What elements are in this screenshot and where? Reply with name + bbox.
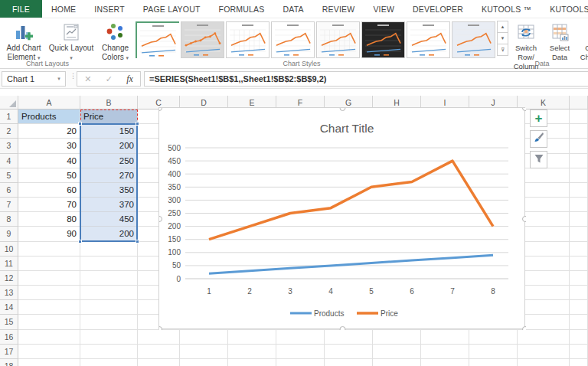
cell-J16[interactable] [469,330,518,345]
cell-K18[interactable] [518,359,570,366]
cell-C16[interactable] [138,330,180,345]
cell-overflow-2[interactable] [570,124,588,139]
tab-review[interactable]: REVIEW [313,0,364,18]
column-header-B[interactable]: B [80,96,138,109]
chart-elements-button[interactable]: + [530,109,547,127]
formula-input[interactable]: =SERIES(Sheet1!$B$1,,Sheet1!$B$2:$B$9,2) [144,71,588,87]
row-header-9[interactable]: 9 [0,227,18,241]
cell-A18[interactable] [18,359,80,366]
range-resize-handle[interactable] [136,122,139,126]
range-resize-handle[interactable] [78,122,82,126]
chart-style-thumbnail-7[interactable] [407,21,450,58]
cell-B1[interactable]: Price [80,109,138,124]
row-header-14[interactable]: 14 [0,300,18,315]
insert-function-icon[interactable]: fx [126,74,133,85]
chart-style-thumbnail-4[interactable] [271,21,315,58]
range-resize-handle[interactable] [78,240,82,243]
cell-B16[interactable] [80,330,138,345]
cell-B13[interactable] [80,286,138,300]
cell-A3[interactable]: 30 [18,139,80,153]
cancel-icon[interactable]: ✕ [84,74,91,84]
cell-J18[interactable] [469,359,518,366]
cell-B10[interactable] [80,242,138,257]
cell-A4[interactable]: 40 [18,154,80,168]
cell-overflow-6[interactable] [570,183,588,198]
cell-overflow-10[interactable] [570,242,588,257]
select-all-corner[interactable] [0,96,18,109]
cell-D18[interactable] [180,359,228,366]
tab-kutools-plus[interactable]: KUTOOLS PLUS [541,0,588,18]
cell-overflow-12[interactable] [570,271,588,286]
row-header-1[interactable]: 1 [0,109,18,124]
cell-A14[interactable] [18,300,80,315]
cell-I18[interactable] [421,359,469,366]
chart-object[interactable]: Chart Title05010015020025030035040045050… [158,107,525,329]
chart-styles-button[interactable] [530,130,547,148]
row-header-7[interactable]: 7 [0,198,18,212]
cell-K17[interactable] [518,345,570,359]
cell-A13[interactable] [18,286,80,300]
cell-B11[interactable] [80,257,138,271]
cell-K16[interactable] [518,330,570,345]
column-header-overflow[interactable] [570,96,588,109]
cell-C18[interactable] [138,359,180,366]
cell-E17[interactable] [228,345,276,359]
tab-kutools[interactable]: KUTOOLS ™ [472,0,541,18]
row-header-11[interactable]: 11 [0,257,18,271]
cell-overflow-1[interactable] [570,109,588,124]
cell-A12[interactable] [18,271,80,286]
change-colors-button[interactable]: Change Colors ▾ [95,21,136,63]
cell-F18[interactable] [276,359,325,366]
row-header-2[interactable]: 2 [0,124,18,139]
chart-style-thumbnail-8[interactable] [452,21,495,58]
cell-overflow-17[interactable] [570,345,588,359]
enter-icon[interactable]: ✓ [106,74,113,84]
cell-overflow-5[interactable] [570,168,588,183]
cell-E18[interactable] [228,359,276,366]
name-box[interactable]: Chart 1 ▾ [2,71,66,87]
cell-C17[interactable] [138,345,180,359]
gallery-scroll-down-icon[interactable]: ▼ [497,32,508,44]
row-header-4[interactable]: 4 [0,154,18,168]
cell-A11[interactable] [18,257,80,271]
cell-B15[interactable] [80,315,138,329]
name-box-caret-icon[interactable]: ▾ [53,76,65,82]
cell-B12[interactable] [80,271,138,286]
chart-filters-button[interactable] [530,151,547,168]
cell-A17[interactable] [18,345,80,359]
cell-I16[interactable] [421,330,469,345]
gallery-more-icon[interactable]: ⊽ [497,44,508,56]
cell-J17[interactable] [469,345,518,359]
cell-D16[interactable] [180,330,228,345]
row-header-12[interactable]: 12 [0,271,18,286]
cell-B14[interactable] [80,300,138,315]
row-header-10[interactable]: 10 [0,242,18,257]
cell-A8[interactable]: 80 [18,212,80,227]
cell-overflow-16[interactable] [570,330,588,345]
change-chart-type-button[interactable]: Change Chart Type [576,21,588,62]
cell-A10[interactable] [18,242,80,257]
select-data-button[interactable]: Select Data [544,21,576,62]
cell-G17[interactable] [325,345,373,359]
row-header-17[interactable]: 17 [0,345,18,359]
row-header-16[interactable]: 16 [0,330,18,345]
cell-A9[interactable]: 90 [18,227,80,241]
chart-style-thumbnail-3[interactable] [226,21,270,58]
cell-overflow-13[interactable] [570,286,588,300]
cell-overflow-8[interactable] [570,212,588,227]
cell-F16[interactable] [276,330,325,345]
tab-developer[interactable]: DEVELOPER [403,0,472,18]
column-header-A[interactable]: A [18,96,80,109]
quick-layout-button[interactable]: Quick Layout ▾ [47,21,95,63]
tab-file[interactable]: FILE [0,0,42,18]
row-header-3[interactable]: 3 [0,139,18,153]
tab-data[interactable]: DATA [274,0,313,18]
values-range-outline[interactable] [80,123,138,241]
cell-overflow-4[interactable] [570,154,588,168]
cell-G16[interactable] [325,330,373,345]
cell-I17[interactable] [421,345,469,359]
tab-insert[interactable]: INSERT [85,0,134,18]
cell-A1[interactable]: Products [18,109,80,124]
cell-A15[interactable] [18,315,80,329]
chart-style-thumbnail-6[interactable] [361,21,405,58]
